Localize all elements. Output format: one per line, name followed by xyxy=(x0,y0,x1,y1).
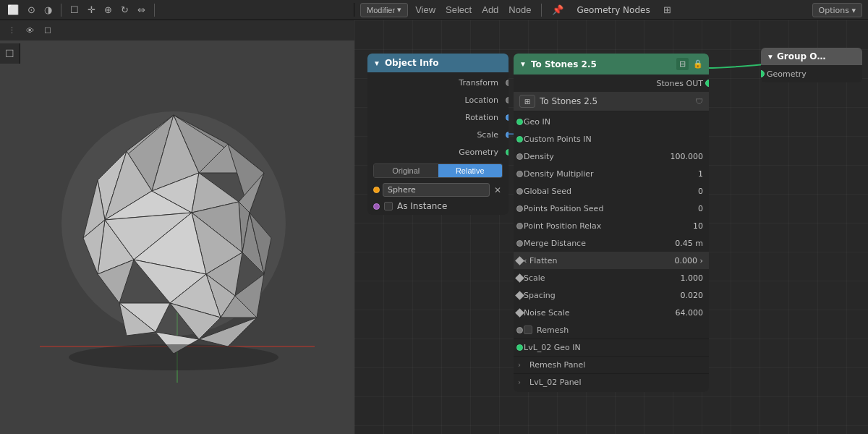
stones-out-socket[interactable] xyxy=(705,80,709,87)
flatten-label: ‹ Flatten xyxy=(524,256,663,265)
custom-points-socket[interactable] xyxy=(516,136,523,142)
modifier-dropdown[interactable]: Modifier ▾ xyxy=(360,3,408,17)
object-info-body: Transform Location Rotation Scale xyxy=(367,72,509,215)
remesh-panel-row: › Remesh Panel xyxy=(514,356,709,373)
density-mult-socket[interactable] xyxy=(516,171,523,177)
viewport-overlay-icon[interactable]: ◑ xyxy=(41,3,55,17)
relative-btn[interactable]: Relative xyxy=(438,164,503,177)
toolbar-left: ⬜ ⊙ ◑ ☐ ✛ ⊕ ↻ ⇔ Options ▾ xyxy=(0,3,354,17)
original-relative-toggle: Original Relative xyxy=(373,163,503,178)
rotate-icon[interactable]: ↻ xyxy=(118,3,132,17)
lvl-panel-label: LvL_02 Panel xyxy=(524,378,703,387)
vp-view-icon[interactable]: 👁 xyxy=(22,25,38,36)
editor-title: Geometry Nodes xyxy=(571,5,655,15)
select-box-icon[interactable]: ☐ xyxy=(2,46,17,61)
remesh-checkbox[interactable] xyxy=(524,326,532,334)
separator-2 xyxy=(154,4,155,17)
merge-distance-value: 0.45 m xyxy=(663,239,703,248)
move-icon[interactable]: ⊕ xyxy=(101,3,115,17)
select-btn[interactable]: Select xyxy=(443,3,475,17)
global-seed-row: Global Seed 0 xyxy=(514,182,709,200)
group-output-collapse-btn[interactable]: ▼ xyxy=(767,53,774,61)
separator-1 xyxy=(61,4,61,17)
points-pos-seed-label: Points Position Seed xyxy=(524,204,663,213)
transform-socket[interactable] xyxy=(506,80,509,86)
geo-in-row: Geo IN xyxy=(514,113,709,130)
remesh-panel-arrow: › xyxy=(518,361,521,369)
points-pos-seed-row: Points Position Seed 0 xyxy=(514,200,709,217)
viewport-shading-icon[interactable]: ⊙ xyxy=(25,3,38,17)
viewport-mode-icon[interactable]: ⬜ xyxy=(4,3,22,17)
object-info-collapse-btn[interactable]: ▼ xyxy=(373,59,380,67)
as-instance-checkbox[interactable] xyxy=(384,202,393,210)
separator-3 xyxy=(541,4,542,17)
merge-distance-label: Merge Distance xyxy=(524,239,663,248)
global-seed-socket[interactable] xyxy=(516,188,523,195)
scale-socket[interactable] xyxy=(506,132,509,138)
point-pos-relax-label: Point Position Relax xyxy=(524,221,663,231)
lvl-geo-in-socket[interactable] xyxy=(516,344,523,351)
geo-in-socket[interactable] xyxy=(516,119,523,125)
subheader-icon: ⊞ xyxy=(519,95,535,108)
stones-out-row: Stones OUT xyxy=(514,75,709,92)
geo-in-label: Geo IN xyxy=(524,117,703,127)
merge-distance-socket[interactable] xyxy=(516,240,523,247)
view-btn[interactable]: View xyxy=(412,3,438,17)
location-row: Location xyxy=(367,91,509,109)
scale-row: Scale xyxy=(367,126,509,143)
remesh-socket[interactable] xyxy=(516,327,523,333)
node-object-info: ▼ Object Info Transform Location Rotatio… xyxy=(367,54,509,215)
vp-menu-icon[interactable]: ⋮ xyxy=(4,25,20,37)
location-socket[interactable] xyxy=(506,97,509,103)
scale-stones-value: 1.000 xyxy=(663,273,703,283)
scale-label: Scale xyxy=(373,130,503,140)
viewport-options-btn[interactable]: Options ▾ xyxy=(812,3,862,17)
point-pos-relax-socket[interactable] xyxy=(516,223,523,229)
to-stones-collapse-btn[interactable]: ▼ xyxy=(519,60,527,68)
scale-diamond-icon xyxy=(515,273,524,283)
rotation-socket[interactable] xyxy=(506,114,509,121)
sphere-dropdown[interactable]: Sphere xyxy=(383,183,490,197)
group-output-node: ▼ Group O… Geometry xyxy=(761,48,862,82)
sphere-socket[interactable] xyxy=(373,187,380,193)
rotation-label: Rotation xyxy=(373,113,503,122)
points-pos-seed-value: 0 xyxy=(663,204,703,213)
points-pos-seed-socket[interactable] xyxy=(516,205,523,212)
transform-row: Transform xyxy=(367,74,509,91)
location-label: Location xyxy=(373,95,503,105)
flatten-diamond-icon xyxy=(515,256,524,265)
group-output-geometry-socket[interactable] xyxy=(761,70,765,77)
point-pos-relax-row: Point Position Relax 10 xyxy=(514,217,709,234)
node-btn[interactable]: Node xyxy=(506,3,534,17)
scale-icon[interactable]: ⇔ xyxy=(135,3,148,17)
cursor-icon[interactable]: ✛ xyxy=(85,3,98,17)
density-socket[interactable] xyxy=(516,153,523,160)
original-btn[interactable]: Original xyxy=(374,164,438,177)
instance-socket[interactable] xyxy=(373,203,380,210)
geometry-socket[interactable] xyxy=(506,149,509,156)
noise-scale-row: Noise Scale 64.000 xyxy=(514,304,709,321)
geometry-label: Geometry xyxy=(373,148,503,157)
flatten-row: ‹ Flatten 0.000 › xyxy=(514,252,709,269)
stones-out-label: Stones OUT xyxy=(519,79,703,88)
remesh-label: Remesh xyxy=(537,326,703,335)
header-icons[interactable]: ⊞ xyxy=(660,3,674,17)
viewport-toolbar: ⋮ 👁 ☐ xyxy=(0,20,354,41)
to-stones-pin-btn[interactable]: 🔒 xyxy=(693,59,703,69)
node-header-object-info: ▼ Object Info xyxy=(367,54,509,72)
add-btn[interactable]: Add xyxy=(479,3,501,17)
main-content: ⋮ 👁 ☐ xyxy=(0,20,868,434)
pin-icon[interactable]: 📌 xyxy=(549,3,566,17)
remesh-row: Remesh xyxy=(514,321,709,339)
vp-select-icon[interactable]: ☐ xyxy=(41,25,55,37)
select-mode-icon[interactable]: ☐ xyxy=(67,3,82,17)
as-instance-row: As Instance xyxy=(367,199,509,213)
to-stones-menu-btn[interactable]: ⊟ xyxy=(676,58,689,70)
scale-stones-row: Scale 1.000 xyxy=(514,269,709,286)
point-pos-relax-value: 10 xyxy=(663,221,703,231)
sphere-clear-btn[interactable]: ✕ xyxy=(493,185,503,195)
3d-viewport-content xyxy=(14,42,340,420)
group-output-header: ▼ Group O… xyxy=(761,48,862,65)
lvl-panel-arrow: › xyxy=(518,378,521,386)
node-editor: ▼ Object Info Transform Location Rotatio… xyxy=(354,20,868,434)
